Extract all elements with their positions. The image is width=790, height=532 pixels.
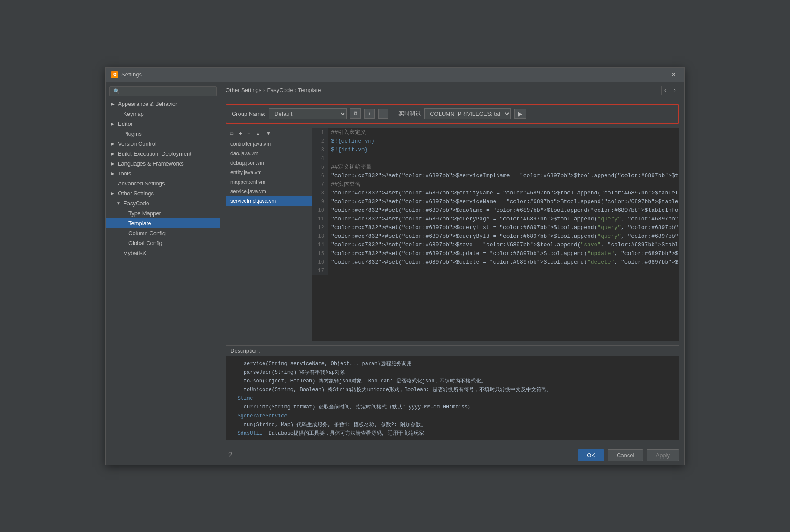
editor-section: ⧉ + − ▲ ▼ controller.java.vmdao.java.vmd… [226, 128, 679, 341]
line-number: 3 [312, 146, 328, 154]
line-number: 14 [312, 241, 328, 249]
file-item-dao.java.vm[interactable]: dao.java.vm [226, 149, 312, 158]
search-input[interactable] [109, 86, 217, 96]
file-list-items: controller.java.vmdao.java.vmdebug.json.… [226, 139, 312, 206]
sidebar-item-easycode[interactable]: ▼EasyCode [106, 198, 220, 208]
code-editor[interactable]: 1##引入宏定义2$!{define.vm}3$!{init.vm}45##定义… [312, 128, 679, 341]
breadcrumb-part-3: Template [298, 87, 321, 93]
description-line: parseJson(String) 将字符串转Map对象 [231, 369, 673, 377]
sidebar-items: ▶Appearance & BehaviorKeymap▶EditorPlugi… [106, 99, 220, 258]
description-line: $generateService [231, 412, 673, 421]
sidebar-item-type-mapper[interactable]: Type Mapper [106, 208, 220, 218]
sidebar-item-global-config[interactable]: Global Config [106, 238, 220, 248]
add-group-button[interactable]: + [364, 109, 375, 119]
breadcrumb-bar: Other Settings › EasyCode › Template ‹ › [220, 82, 684, 99]
line-content: "color:#cc7832">#set("color:#6897bb">$qu… [328, 215, 679, 223]
nav-forward-button[interactable]: › [671, 86, 679, 95]
file-toolbar: ⧉ + − ▲ ▼ [226, 128, 312, 139]
sidebar-item-column-config[interactable]: Column Config [106, 228, 220, 238]
copy-group-button[interactable]: ⧉ [350, 108, 361, 119]
line-content: "color:#cc7832">#set("color:#6897bb">$sa… [328, 241, 679, 249]
close-button[interactable]: ✕ [668, 70, 679, 79]
line-content: "color:#cc7832">#set("color:#6897bb">$de… [328, 258, 679, 267]
breadcrumb-sep-1: › [263, 87, 265, 93]
code-line: 9"color:#cc7832">#set("color:#6897bb">$s… [312, 198, 679, 206]
sidebar-item-editor[interactable]: ▶Editor [106, 119, 220, 129]
live-test-label: 实时调试 [398, 110, 421, 118]
breadcrumb-sep-2: › [294, 87, 296, 93]
line-number: 4 [312, 154, 328, 163]
help-button[interactable]: ? [226, 450, 235, 460]
line-content [328, 267, 679, 275]
right-panel: Other Settings › EasyCode › Template ‹ ›… [220, 82, 684, 465]
file-down-button[interactable]: ▼ [264, 130, 273, 137]
code-line: 13"color:#cc7832">#set("color:#6897bb">$… [312, 232, 679, 241]
app-icon: ⚙ [111, 71, 118, 78]
file-item-serviceImpl.java.vm[interactable]: serviceImpl.java.vm [226, 196, 312, 206]
sidebar-item-keymap[interactable]: Keymap [106, 109, 220, 119]
code-line: 6"color:#cc7832">#set("color:#6897bb">$s… [312, 172, 679, 180]
footer: ? OK Cancel Apply [220, 446, 684, 465]
group-name-select[interactable]: Default [269, 108, 347, 119]
file-remove-button[interactable]: − [245, 130, 252, 137]
line-number: 5 [312, 163, 328, 172]
file-item-debug.json.vm[interactable]: debug.json.vm [226, 158, 312, 168]
breadcrumb-part-1: Other Settings [226, 87, 261, 93]
line-content: "color:#cc7832">#set("color:#6897bb">$da… [328, 206, 679, 215]
ok-button[interactable]: OK [578, 449, 604, 461]
description-line: $time [231, 395, 673, 403]
line-content: ##引入宏定义 [328, 128, 679, 137]
apply-button[interactable]: Apply [647, 449, 679, 461]
sidebar-item-tools[interactable]: ▶Tools [106, 169, 220, 178]
line-number: 13 [312, 232, 328, 241]
sidebar-item-plugins[interactable]: Plugins [106, 129, 220, 139]
sidebar-item-build[interactable]: ▶Build, Execution, Deployment [106, 149, 220, 159]
sidebar-item-mybatisx[interactable]: MybatisX [106, 248, 220, 258]
line-number: 12 [312, 223, 328, 232]
title-bar-left: ⚙ Settings [111, 71, 142, 78]
search-bar [106, 84, 220, 99]
code-lines: 1##引入宏定义2$!{define.vm}3$!{init.vm}45##定义… [312, 128, 679, 275]
file-add-button[interactable]: + [237, 130, 244, 137]
sidebar-item-other[interactable]: ▶Other Settings [106, 188, 220, 198]
description-line: currTime(String format) 获取当前时间, 指定时间格式（默… [231, 403, 673, 411]
description-content: service(String serviceName, Object... pa… [226, 356, 679, 440]
sidebar-item-appearance[interactable]: ▶Appearance & Behavior [106, 99, 220, 109]
line-content: "color:#cc7832">#set("color:#6897bb">$se… [328, 198, 679, 206]
code-line: 7##实体类名 [312, 180, 679, 189]
run-test-button[interactable]: ▶ [514, 109, 526, 119]
code-line: 11"color:#cc7832">#set("color:#6897bb">$… [312, 215, 679, 223]
file-item-service.java.vm[interactable]: service.java.vm [226, 187, 312, 196]
line-content: "color:#cc7832">#set("color:#6897bb">$qu… [328, 232, 679, 241]
group-name-label: Group Name: [232, 111, 265, 117]
file-item-controller.java.vm[interactable]: controller.java.vm [226, 139, 312, 149]
breadcrumb-part-2: EasyCode [267, 87, 293, 93]
code-line: 12"color:#cc7832">#set("color:#6897bb">$… [312, 223, 679, 232]
line-number: 1 [312, 128, 328, 137]
line-number: 11 [312, 215, 328, 223]
sidebar-item-advanced[interactable]: Advanced Settings [106, 178, 220, 188]
line-number: 16 [312, 258, 328, 267]
line-number: 8 [312, 189, 328, 198]
group-name-row: Group Name: Default ⧉ + − 实时调试 COLUMN_PR… [226, 104, 679, 124]
file-copy-button[interactable]: ⧉ [228, 130, 236, 137]
line-content: "color:#cc7832">#set("color:#6897bb">$en… [328, 189, 679, 198]
file-up-button[interactable]: ▲ [253, 130, 263, 137]
main-content: ▶Appearance & BehaviorKeymap▶EditorPlugi… [106, 82, 684, 465]
sidebar-item-template[interactable]: Template [106, 218, 220, 228]
code-line: 5##定义初始变量 [312, 163, 679, 172]
code-line: 14"color:#cc7832">#set("color:#6897bb">$… [312, 241, 679, 249]
description-line: $dasUtil. [231, 438, 673, 440]
live-test-select[interactable]: COLUMN_PRIVILEGES: table [424, 108, 511, 119]
nav-back-button[interactable]: ‹ [661, 86, 669, 95]
remove-group-button[interactable]: − [378, 109, 389, 119]
code-line: 15"color:#cc7832">#set("color:#6897bb">$… [312, 249, 679, 258]
file-item-entity.java.vm[interactable]: entity.java.vm [226, 168, 312, 177]
settings-dialog: ⚙ Settings ✕ ▶Appearance & BehaviorKeyma… [105, 67, 685, 465]
line-number: 7 [312, 180, 328, 189]
sidebar-item-version-control[interactable]: ▶Version Control [106, 139, 220, 149]
sidebar-item-languages[interactable]: ▶Languages & Frameworks [106, 159, 220, 169]
cancel-button[interactable]: Cancel [608, 449, 643, 461]
file-item-mapper.xml.vm[interactable]: mapper.xml.vm [226, 177, 312, 187]
line-number: 15 [312, 249, 328, 258]
